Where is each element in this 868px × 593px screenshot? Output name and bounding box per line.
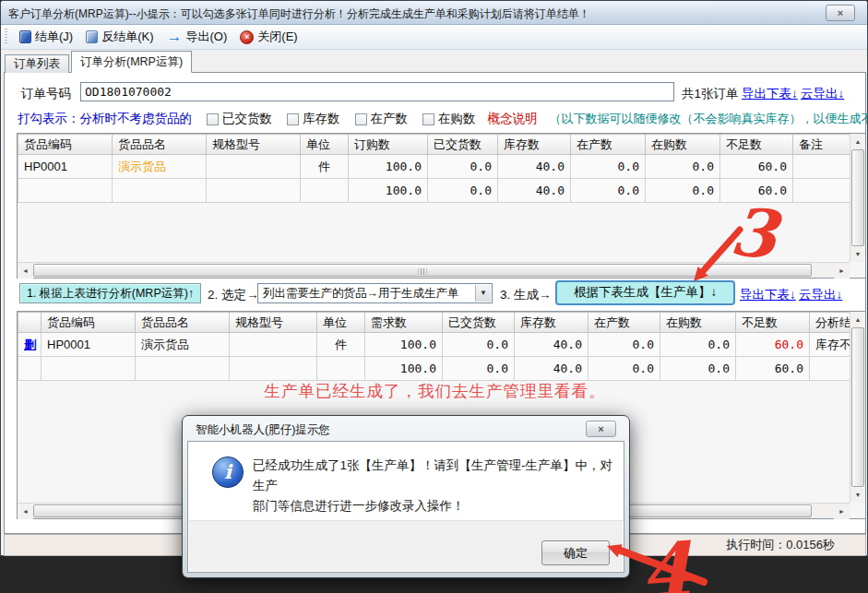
dialog-message-line2: 部门等信息进行进一步修改录入操作！ bbox=[253, 496, 612, 516]
cell-stock[interactable]: 40.0 bbox=[515, 333, 589, 357]
order-table-vertical-scrollbar[interactable]: ▲ ▼ bbox=[850, 134, 865, 262]
dropdown-value: 列出需要生产的货品→用于生成生产单 bbox=[263, 286, 459, 302]
total-cell bbox=[113, 179, 207, 203]
cell-in-production[interactable]: 0.0 bbox=[571, 155, 646, 179]
scroll-down-icon[interactable]: ▼ bbox=[850, 246, 865, 262]
column-header[interactable]: 在购数 bbox=[660, 313, 736, 333]
toolbar-button-export[interactable]: → 导出(O) bbox=[161, 27, 234, 47]
cell-remark[interactable] bbox=[793, 155, 850, 179]
export-table-link-top[interactable]: 导出下表↓ bbox=[742, 86, 798, 102]
cloud-export-link-top[interactable]: 云导出↓ bbox=[801, 86, 844, 102]
order-table-horizontal-scrollbar[interactable]: ◄ ► bbox=[18, 262, 850, 278]
column-header[interactable]: 库存数 bbox=[498, 135, 571, 155]
column-header[interactable]: 需求数 bbox=[365, 313, 443, 333]
checkbox-in-production[interactable] bbox=[355, 113, 367, 125]
scrollbar-thumb[interactable] bbox=[33, 264, 812, 277]
cell-code[interactable]: HP0001 bbox=[42, 333, 136, 357]
analysis-table-vertical-scrollbar[interactable]: ▲ ▼ bbox=[850, 312, 865, 503]
column-header[interactable]: 在产数 bbox=[589, 313, 660, 333]
window-close-button[interactable]: × bbox=[826, 5, 855, 21]
column-header[interactable]: 规格型号 bbox=[207, 135, 301, 155]
scroll-up-icon[interactable]: ▲ bbox=[850, 134, 865, 149]
scroll-left-icon[interactable]: ◄ bbox=[18, 263, 33, 279]
total-cell: 60.0 bbox=[736, 357, 810, 381]
scroll-up-icon[interactable]: ▲ bbox=[850, 312, 865, 327]
order-number-input[interactable] bbox=[80, 82, 674, 101]
checkbox-delivered[interactable] bbox=[207, 113, 219, 125]
scroll-right-icon[interactable]: ► bbox=[834, 504, 850, 519]
column-header[interactable]: 货品品名 bbox=[136, 313, 230, 333]
dialog-close-button[interactable]: × bbox=[586, 421, 616, 437]
robot-tip-dialog: 智能小机器人(肥仔)提示您 × i 已经成功生成了1张【生产单】！请到【生产管理… bbox=[182, 415, 630, 578]
total-cell bbox=[136, 357, 230, 381]
table-row[interactable]: HP0001 演示货品 件 100.0 0.0 40.0 0.0 0.0 60.… bbox=[18, 155, 850, 179]
column-header[interactable]: 分析结果 bbox=[810, 313, 850, 333]
column-header[interactable]: 单位 bbox=[301, 135, 349, 155]
analysis-table: 货品编码 货品品名 规格型号 单位 需求数 已交货数 库存数 在产数 在购数 不… bbox=[18, 312, 850, 381]
cell-stock[interactable]: 40.0 bbox=[498, 155, 571, 179]
cell-delivered[interactable]: 0.0 bbox=[443, 333, 515, 357]
column-header[interactable]: 订购数 bbox=[349, 135, 428, 155]
column-header[interactable]: 货品品名 bbox=[113, 135, 207, 155]
product-filter-dropdown[interactable]: 列出需要生产的货品→用于生成生产单 ▼ bbox=[257, 283, 493, 303]
tab-order-list[interactable]: 订单列表 bbox=[5, 54, 69, 73]
scroll-down-icon[interactable]: ▼ bbox=[850, 487, 865, 503]
concept-explain-link[interactable]: 概念说明 bbox=[488, 111, 538, 127]
info-icon: i bbox=[212, 457, 244, 488]
window-titlebar[interactable]: 客户订单分析(MRP运算)--小提示：可以勾选多张订单同时进行分析！分析完成生成… bbox=[1, 1, 867, 25]
column-header[interactable]: 货品编码 bbox=[42, 313, 136, 333]
column-header[interactable]: 备注 bbox=[793, 135, 850, 155]
column-header[interactable]: 单位 bbox=[317, 313, 365, 333]
cell-analysis-result[interactable]: 库存不足 bbox=[810, 333, 850, 357]
column-header[interactable]: 不足数 bbox=[736, 313, 810, 333]
tab-order-analysis[interactable]: 订单分析(MRP运算) bbox=[71, 51, 192, 73]
toolbar-button-close[interactable]: × 关闭(E) bbox=[233, 27, 303, 47]
generate-step-label: 3. 生成→ bbox=[500, 287, 552, 303]
cell-demand[interactable]: 100.0 bbox=[365, 333, 443, 357]
export-table-link-bottom[interactable]: 导出下表↓ bbox=[740, 287, 796, 303]
cell-spec[interactable] bbox=[230, 333, 317, 357]
scroll-right-icon[interactable]: ► bbox=[834, 263, 850, 279]
cell-in-purchase[interactable]: 0.0 bbox=[646, 155, 720, 179]
total-cell: 0.0 bbox=[646, 179, 720, 203]
scrollbar-thumb[interactable] bbox=[851, 149, 864, 246]
column-header[interactable]: 不足数 bbox=[720, 135, 793, 155]
column-header[interactable]: 库存数 bbox=[515, 313, 589, 333]
annotation-step-3: 3 bbox=[727, 192, 781, 275]
column-header[interactable]: 已交货数 bbox=[428, 135, 498, 155]
scroll-left-icon[interactable]: ◄ bbox=[18, 504, 33, 519]
column-header[interactable]: 规格型号 bbox=[230, 313, 317, 333]
table-row[interactable]: 删 HP0001 演示货品 件 100.0 0.0 40.0 0.0 0.0 6… bbox=[18, 333, 850, 357]
ok-button[interactable]: 确定 bbox=[541, 540, 610, 565]
column-header[interactable]: 在产数 bbox=[571, 135, 646, 155]
column-header[interactable]: 已交货数 bbox=[443, 313, 515, 333]
toolbar-button-unsettle[interactable]: 反结单(K) bbox=[79, 27, 160, 47]
total-cell: 0.0 bbox=[428, 179, 498, 203]
generate-production-order-button[interactable]: 根据下表生成【生产单】↓ bbox=[555, 280, 735, 305]
delete-row-link[interactable]: 删 bbox=[24, 338, 36, 351]
total-cell bbox=[317, 357, 365, 381]
checkbox-stock[interactable] bbox=[287, 113, 299, 125]
cell-ordered-qty[interactable]: 100.0 bbox=[349, 155, 428, 179]
cell-unit[interactable]: 件 bbox=[301, 155, 349, 179]
cell-name[interactable]: 演示货品 bbox=[136, 333, 230, 357]
cell-name[interactable]: 演示货品 bbox=[113, 155, 207, 179]
chevron-down-icon[interactable]: ▼ bbox=[475, 285, 491, 302]
analyze-button[interactable]: 1. 根据上表进行分析(MRP运算)↑ bbox=[19, 283, 201, 303]
cell-spec[interactable] bbox=[207, 155, 301, 179]
dialog-title: 智能小机器人(肥仔)提示您 bbox=[196, 422, 330, 438]
cell-shortage[interactable]: 60.0 bbox=[736, 333, 810, 357]
cloud-export-link-bottom[interactable]: 云导出↓ bbox=[799, 287, 842, 303]
column-header[interactable]: 在购数 bbox=[646, 135, 720, 155]
cell-delivered[interactable]: 0.0 bbox=[428, 155, 498, 179]
cell-in-purchase[interactable]: 0.0 bbox=[660, 333, 736, 357]
scrollbar-thumb[interactable] bbox=[851, 327, 864, 487]
checkbox-in-purchase[interactable] bbox=[422, 113, 434, 125]
column-header[interactable]: 货品编码 bbox=[18, 135, 113, 155]
cell-in-production[interactable]: 0.0 bbox=[589, 333, 660, 357]
cell-unit[interactable]: 件 bbox=[317, 333, 365, 357]
tutorial-caption-text: 生产单已经生成了，我们去生产管理里看看。 bbox=[1, 380, 868, 402]
cell-code[interactable]: HP0001 bbox=[18, 155, 113, 179]
cell-shortage[interactable]: 60.0 bbox=[720, 155, 793, 179]
toolbar-button-settle[interactable]: 结单(J) bbox=[13, 27, 79, 47]
